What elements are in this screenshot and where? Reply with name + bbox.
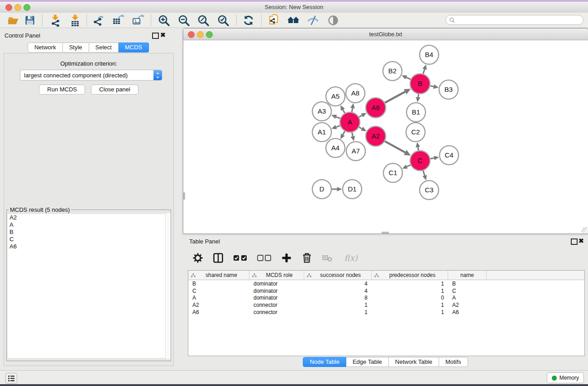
column-header-MCDS-role[interactable]: MCDS role xyxy=(249,271,304,280)
column-header-name[interactable]: name xyxy=(448,271,487,280)
table-row[interactable]: Cdominator41C xyxy=(188,287,584,295)
graph-edge-A-A7[interactable] xyxy=(352,133,353,137)
memory-button[interactable]: Memory xyxy=(547,372,584,383)
close-table-panel-icon[interactable]: ✖ xyxy=(578,238,584,243)
mcds-result-item[interactable]: A6 xyxy=(8,243,170,250)
graph-edge-B-B2[interactable] xyxy=(406,77,411,79)
graph-edge-A-A3[interactable] xyxy=(336,117,340,119)
function-builder-icon[interactable]: f(x) xyxy=(341,252,361,264)
minimize-window-button[interactable] xyxy=(14,4,21,11)
app-titlebar: Session: New Session xyxy=(0,2,588,13)
horizontal-scroll-mark[interactable] xyxy=(382,232,389,234)
graph-edge-C-C4[interactable] xyxy=(430,158,434,159)
resize-grip[interactable] xyxy=(582,227,588,233)
zoom-fit-icon[interactable] xyxy=(197,14,210,27)
zoom-in-icon[interactable] xyxy=(158,14,170,27)
graph-edge-B-B4[interactable] xyxy=(423,69,425,74)
graph-node-label: C3 xyxy=(425,186,433,194)
graph-edge-C-C1[interactable] xyxy=(407,165,411,167)
save-session-icon[interactable] xyxy=(24,14,36,27)
add-column-icon[interactable] xyxy=(280,252,293,264)
graph-edge-A-A5[interactable] xyxy=(343,110,344,113)
tab-motifs[interactable]: Motifs xyxy=(439,357,468,367)
close-view-button[interactable] xyxy=(188,31,195,38)
table-cell: A6 xyxy=(188,309,249,315)
mcds-result-list[interactable]: A2ABCA6 xyxy=(8,214,170,358)
table-row[interactable]: Bdominator41B xyxy=(188,280,584,287)
select-all-icon[interactable] xyxy=(232,252,249,264)
hide-visibility-icon[interactable] xyxy=(306,14,319,27)
graph-edge-A2-C[interactable] xyxy=(385,141,405,152)
run-mcds-button[interactable]: Run MCDS xyxy=(39,85,85,95)
import-table-icon[interactable] xyxy=(69,14,81,27)
graph-edge-B-B3[interactable] xyxy=(430,86,434,87)
tab-select[interactable]: Select xyxy=(89,43,119,52)
tab-node-table[interactable]: Node Table xyxy=(303,357,346,367)
float-table-panel-icon[interactable] xyxy=(571,238,578,245)
table-row[interactable]: Adominator80A xyxy=(188,294,584,301)
column-header-shared-name[interactable]: shared name xyxy=(188,271,249,280)
mcds-result-item[interactable]: A2 xyxy=(8,214,170,221)
graph-node-label: B2 xyxy=(388,67,397,75)
search-field[interactable] xyxy=(445,15,583,25)
graph-edge-C-C2[interactable] xyxy=(418,147,418,150)
delete-table-icon[interactable] xyxy=(320,252,334,264)
deselect-all-icon[interactable] xyxy=(256,252,273,264)
zoom-window-button[interactable] xyxy=(24,4,30,11)
refresh-icon[interactable] xyxy=(242,14,255,27)
tab-style[interactable]: Style xyxy=(63,43,89,52)
tab-mcds[interactable]: MCDS xyxy=(119,43,149,52)
graph-edge-B-B1[interactable] xyxy=(418,94,419,97)
minimize-view-button[interactable] xyxy=(197,31,204,38)
graph-edge-A-A2[interactable] xyxy=(359,127,362,129)
import-network-icon[interactable] xyxy=(49,14,62,27)
table-cell: dominator xyxy=(249,295,304,301)
search-input[interactable] xyxy=(455,16,583,24)
graph-edge-A-A6[interactable] xyxy=(359,115,362,117)
export-network-icon[interactable] xyxy=(92,14,105,27)
criterion-dropdown[interactable]: largest connected component (directed) xyxy=(20,70,162,81)
arrowhead-icon xyxy=(350,103,355,109)
export-image-icon[interactable] xyxy=(132,14,144,27)
close-panel-icon[interactable]: ✖ xyxy=(160,32,166,38)
graph-node-label: A2 xyxy=(372,132,380,140)
float-panel-icon[interactable] xyxy=(152,33,159,39)
zoom-out-icon[interactable] xyxy=(177,14,190,27)
graph-edge-A6-B[interactable] xyxy=(385,92,405,103)
graph-edge-A-A4[interactable] xyxy=(343,131,344,135)
table-row[interactable]: A2connector11A2 xyxy=(188,301,584,309)
graph-node-label: A4 xyxy=(331,144,339,152)
network-document-icon[interactable] xyxy=(268,14,281,27)
mcds-result-item[interactable]: C xyxy=(8,236,170,243)
table-cell: A2 xyxy=(188,302,249,308)
delete-column-icon[interactable] xyxy=(300,252,314,264)
vertical-scroll-mark[interactable] xyxy=(183,192,185,200)
column-header-successor-nodes[interactable]: successor nodes xyxy=(304,271,372,280)
network-canvas[interactable]: B4B2BB3B1A5A8A6A3AA1A4A7A2C2C4CC1C3DD1 xyxy=(183,40,588,234)
graph-edge-A-A1[interactable] xyxy=(336,126,340,127)
table-settings-icon[interactable] xyxy=(191,252,205,264)
column-header-predecessor-nodes[interactable]: predecessor nodes xyxy=(372,271,448,280)
close-panel-button[interactable]: Close panel xyxy=(91,85,139,95)
mcds-result-item[interactable]: A xyxy=(8,221,170,229)
tab-network-table[interactable]: Network Table xyxy=(389,357,439,367)
arrowhead-icon xyxy=(331,114,337,119)
show-visibility-icon[interactable] xyxy=(327,14,339,27)
close-window-button[interactable] xyxy=(5,4,12,11)
result-list-scrollbar[interactable] xyxy=(165,213,171,359)
table-cell: A xyxy=(188,295,249,301)
table-row[interactable]: A6connector11A6 xyxy=(188,309,584,316)
task-history-button[interactable] xyxy=(5,373,17,384)
tab-edge-table[interactable]: Edge Table xyxy=(346,357,389,367)
network-window-titlebar[interactable]: testGlobe.txt xyxy=(183,29,588,40)
graph-edge-A-A8[interactable] xyxy=(352,108,353,112)
zoom-selected-icon[interactable] xyxy=(217,14,229,27)
mcds-result-item[interactable]: B xyxy=(8,229,170,236)
graph-edge-C-C3[interactable] xyxy=(423,171,425,176)
home-networks-icon[interactable] xyxy=(287,14,300,27)
zoom-view-button[interactable] xyxy=(206,31,213,38)
export-table-icon[interactable] xyxy=(112,14,124,27)
tab-network[interactable]: Network xyxy=(28,43,63,52)
open-session-icon[interactable] xyxy=(7,14,20,27)
show-columns-icon[interactable] xyxy=(211,252,225,264)
